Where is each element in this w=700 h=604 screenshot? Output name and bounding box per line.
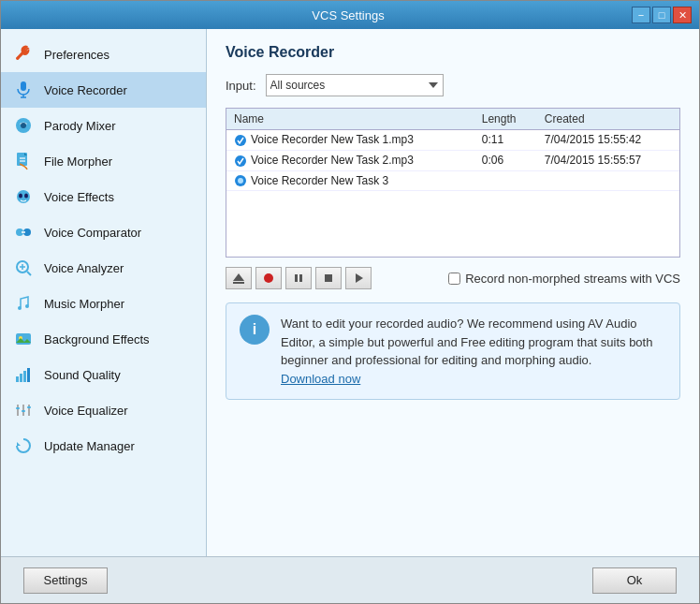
svg-point-38 — [264, 273, 273, 283]
toolbar-pause-button[interactable] — [285, 267, 312, 289]
info-box: i Want to edit your recorded audio? We r… — [226, 302, 680, 400]
file-name-cell: Voice Recorder New Task 2.mp3 — [226, 150, 474, 170]
toolbar-row: Record non-morphed streams with VCS — [226, 267, 680, 289]
input-select[interactable]: All sources — [266, 74, 444, 96]
background-icon — [12, 328, 35, 350]
sidebar-label-voice-equalizer: Voice Equalizer — [44, 404, 128, 418]
window-controls: − □ ✕ — [632, 7, 692, 23]
sidebar-label-update-manager: Update Manager — [44, 439, 135, 453]
file-table: Name Length Created Voice Recorder New T… — [226, 109, 679, 191]
file-name-cell: Voice Recorder New Task 1.mp3 — [226, 130, 474, 151]
sidebar-item-file-morpher[interactable]: File Morpher — [1, 143, 206, 179]
sidebar-label-voice-recorder: Voice Recorder — [44, 83, 127, 97]
svg-rect-29 — [22, 410, 25, 412]
main-content: Preferences Voice Recorder Parody Mixer … — [1, 29, 699, 556]
svg-rect-39 — [295, 274, 298, 282]
record-checkbox[interactable] — [448, 273, 460, 285]
file-length-cell — [474, 170, 537, 191]
sidebar-item-music-morpher[interactable]: Music Morpher — [1, 286, 206, 321]
compare-icon — [12, 221, 35, 243]
sidebar-item-voice-comparator[interactable]: Voice Comparator — [1, 214, 206, 250]
table-row[interactable]: Voice Recorder New Task 1.mp30:117/04/20… — [226, 130, 679, 151]
maximize-button[interactable]: □ — [652, 7, 671, 23]
svg-point-11 — [24, 194, 28, 199]
file-created-cell: 7/04/2015 15:55:42 — [537, 130, 679, 151]
page-title: Voice Recorder — [226, 44, 680, 61]
info-text: Want to edit your recorded audio? We rec… — [281, 315, 666, 388]
svg-rect-37 — [233, 282, 244, 284]
sidebar-label-voice-effects: Voice Effects — [44, 190, 114, 204]
svg-rect-24 — [23, 371, 26, 382]
minimize-button[interactable]: − — [632, 7, 650, 23]
file-length-cell: 0:06 — [474, 150, 537, 170]
sidebar-label-music-morpher: Music Morpher — [44, 297, 124, 311]
svg-point-0 — [17, 57, 20, 60]
close-button[interactable]: ✕ — [673, 7, 692, 23]
toolbar-eject-button[interactable] — [226, 267, 252, 289]
sidebar-item-update-manager[interactable]: Update Manager — [1, 428, 206, 464]
main-window: VCS Settings − □ ✕ Preferences Voice Rec… — [0, 0, 700, 604]
quality-icon — [12, 363, 35, 386]
svg-point-10 — [19, 194, 22, 199]
footer: Settings Ok — [1, 556, 699, 603]
info-description: Want to edit your recorded audio? We rec… — [281, 317, 652, 367]
sidebar-label-background-effects: Background Effects — [44, 332, 150, 346]
svg-rect-41 — [325, 274, 332, 282]
record-checkbox-label: Record non-morphed streams with VCS — [465, 272, 680, 286]
svg-rect-22 — [16, 376, 19, 382]
sidebar-label-sound-quality: Sound Quality — [44, 368, 121, 382]
col-header-name: Name — [226, 109, 474, 130]
toolbar-play-button[interactable] — [345, 267, 372, 289]
sidebar-label-voice-comparator: Voice Comparator — [44, 226, 141, 240]
equalizer-icon — [12, 399, 35, 421]
table-row[interactable]: Voice Recorder New Task 2.mp30:067/04/20… — [226, 150, 679, 170]
svg-point-33 — [235, 155, 246, 167]
svg-point-5 — [21, 123, 26, 128]
file-created-cell — [537, 170, 679, 191]
sidebar-item-voice-recorder[interactable]: Voice Recorder — [1, 72, 206, 108]
table-row[interactable]: Voice Recorder New Task 3 — [226, 170, 679, 191]
sidebar-item-voice-equalizer[interactable]: Voice Equalizer — [1, 392, 206, 428]
col-header-created: Created — [537, 109, 679, 130]
download-link[interactable]: Download now — [281, 372, 360, 386]
input-label: Input: — [226, 79, 256, 93]
sidebar-label-file-morpher: File Morpher — [44, 155, 112, 169]
file-name-cell: Voice Recorder New Task 3 — [226, 170, 474, 191]
sidebar-label-preferences: Preferences — [44, 48, 109, 62]
sidebar: Preferences Voice Recorder Parody Mixer … — [1, 29, 207, 556]
microphone-icon — [12, 79, 35, 101]
svg-point-18 — [18, 306, 22, 310]
svg-marker-36 — [233, 273, 244, 281]
checkbox-area: Record non-morphed streams with VCS — [448, 272, 680, 286]
sidebar-item-sound-quality[interactable]: Sound Quality — [1, 357, 206, 392]
svg-point-19 — [25, 304, 29, 308]
info-icon: i — [240, 315, 270, 345]
sidebar-item-background-effects[interactable]: Background Effects — [1, 321, 206, 357]
title-bar: VCS Settings − □ ✕ — [1, 1, 699, 29]
file-done-icon — [234, 134, 247, 147]
sidebar-item-preferences[interactable]: Preferences — [1, 37, 206, 72]
sidebar-item-parody-mixer[interactable]: Parody Mixer — [1, 108, 206, 143]
sidebar-label-parody-mixer: Parody Mixer — [44, 119, 116, 133]
ok-button[interactable]: Ok — [592, 567, 677, 594]
svg-rect-1 — [21, 81, 26, 91]
file-length-cell: 0:11 — [474, 130, 537, 151]
parody-icon — [12, 114, 35, 137]
toolbar-record-button[interactable] — [255, 267, 282, 289]
svg-marker-42 — [356, 273, 363, 283]
music-icon — [12, 292, 35, 315]
file-table-container: Name Length Created Voice Recorder New T… — [226, 108, 680, 258]
analyze-icon — [12, 257, 35, 279]
input-row: Input: All sources — [226, 74, 680, 96]
svg-rect-25 — [27, 368, 30, 382]
svg-rect-20 — [16, 333, 31, 345]
sidebar-item-voice-effects[interactable]: Voice Effects — [1, 179, 206, 214]
sidebar-item-voice-analyzer[interactable]: Voice Analyzer — [1, 250, 206, 286]
sidebar-label-voice-analyzer: Voice Analyzer — [44, 261, 124, 275]
file-in-progress-icon — [234, 174, 247, 187]
file-created-cell: 7/04/2015 15:55:57 — [537, 150, 679, 170]
toolbar-stop-button[interactable] — [315, 267, 342, 289]
settings-button[interactable]: Settings — [23, 567, 108, 594]
svg-rect-40 — [299, 274, 302, 282]
svg-rect-23 — [20, 374, 22, 382]
